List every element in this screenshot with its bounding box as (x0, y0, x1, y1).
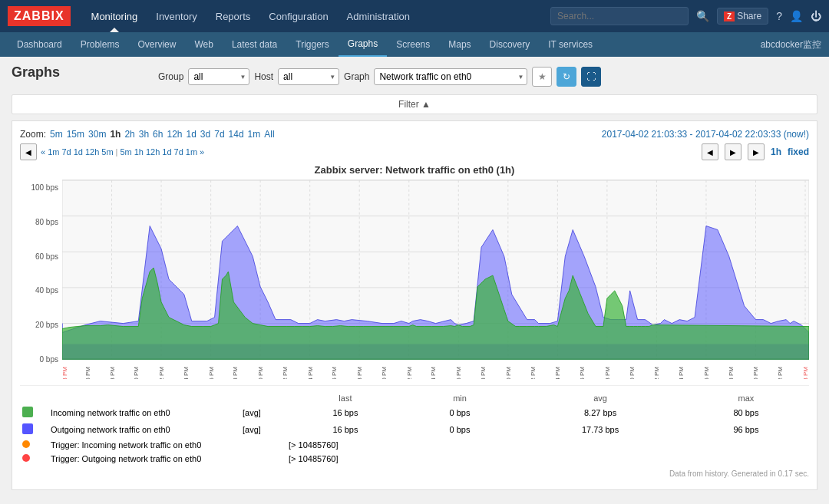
refresh-button[interactable]: ↻ (557, 67, 576, 87)
subnav-problems[interactable]: Problems (71, 32, 129, 57)
zoom-3h[interactable]: 3h (139, 129, 149, 140)
legend-area: last min avg max Incoming network traffi… (20, 385, 809, 478)
svg-text:09:52 PM: 09:52 PM (653, 367, 660, 379)
subnav-triggers[interactable]: Triggers (286, 32, 339, 57)
graph-label: Graph (344, 71, 369, 82)
period-5m-l[interactable]: 5m (101, 147, 113, 156)
trigger-incoming-value: [> 10485760] (289, 438, 683, 452)
period-12h-r[interactable]: 12h (146, 147, 160, 156)
user-label: abcdocker监控 (761, 38, 821, 51)
zoom-label: Zoom: (20, 129, 46, 140)
period-1d-l[interactable]: 1d (74, 147, 83, 156)
nav-prev-button[interactable]: ◀ (20, 143, 37, 160)
incoming-color (22, 407, 33, 417)
svg-text:09:22 PM: 09:22 PM (282, 367, 289, 379)
zoom-all[interactable]: All (264, 129, 274, 140)
nav-configuration[interactable]: Configuration (259, 0, 337, 32)
period-separator: | (116, 147, 118, 156)
svg-text:09:10 PM: 09:10 PM (133, 367, 140, 379)
zoom-1m[interactable]: 1m (248, 129, 261, 140)
zoom-row: Zoom: 5m 15m 30m 1h 2h 3h 6h 12h 1d 3d 7… (20, 129, 809, 140)
nav-inventory[interactable]: Inventory (147, 0, 206, 32)
zoom-15m[interactable]: 15m (67, 129, 84, 140)
filter-toggle[interactable]: Filter ▲ (398, 99, 431, 110)
help-icon[interactable]: ? (776, 10, 782, 22)
zoom-1d[interactable]: 1d (187, 129, 197, 140)
zoom-7d[interactable]: 7d (214, 129, 224, 140)
svg-text:09:38 PM: 09:38 PM (480, 367, 487, 379)
zoom-14d[interactable]: 14d (229, 129, 244, 140)
incoming-label: Incoming network traffic on eth0 (51, 404, 243, 421)
period-1h-r[interactable]: 1h (134, 147, 144, 156)
nav-next2-button[interactable]: ▶ (748, 143, 765, 160)
incoming-min: 0 bps (402, 404, 518, 421)
share-button[interactable]: Z Share (717, 8, 768, 25)
chart-svg: 04/02 09:03 PM 09:06 PM 09:08 PM 09:10 P… (62, 180, 809, 379)
zoom-1h[interactable]: 1h (110, 129, 121, 140)
nav-administration[interactable]: Administration (338, 0, 419, 32)
subnav-screens[interactable]: Screens (387, 32, 439, 57)
period-7d-r[interactable]: 7d (174, 147, 183, 156)
graph-select[interactable]: Network traffic on eth0 (374, 68, 527, 85)
filter-bar: Filter ▲ (12, 94, 817, 114)
time-duration: 1h (771, 147, 781, 157)
subnav-web[interactable]: Web (185, 32, 222, 57)
period-1m-r[interactable]: 1m (186, 147, 197, 156)
subnav-latest-data[interactable]: Latest data (223, 32, 286, 57)
zoom-2h[interactable]: 2h (124, 129, 134, 140)
period-ll[interactable]: « (41, 147, 45, 156)
favorite-button[interactable]: ★ (532, 67, 552, 87)
period-7d-l[interactable]: 7d (61, 147, 71, 156)
svg-text:09:28 PM: 09:28 PM (356, 367, 363, 379)
sub-navigation: Dashboard Problems Overview Web Latest d… (0, 32, 829, 57)
subnav-overview[interactable]: Overview (128, 32, 185, 57)
outgoing-max: 96 bps (683, 421, 809, 438)
trigger-outgoing-dot (22, 454, 30, 462)
trigger-incoming-dot (22, 440, 30, 448)
nav-reports[interactable]: Reports (206, 0, 260, 32)
nav-prev2-button[interactable]: ◀ (702, 143, 718, 160)
content-area: Graphs Group all Host all Graph Network … (0, 57, 829, 498)
user-icon[interactable]: 👤 (790, 10, 803, 22)
subnav-maps[interactable]: Maps (439, 32, 480, 57)
subnav-graphs[interactable]: Graphs (339, 32, 387, 57)
incoming-tag: [avg] (243, 404, 289, 421)
search-icon[interactable]: 🔍 (696, 10, 709, 22)
search-input[interactable] (550, 7, 689, 25)
zoom-6h[interactable]: 6h (153, 129, 163, 140)
host-select[interactable]: all (278, 68, 339, 85)
y-label-100: 100 bps (20, 183, 58, 192)
trigger-incoming-label: Trigger: Incoming network traffic on eth… (51, 438, 289, 452)
nav-next-button[interactable]: ▶ (725, 143, 741, 160)
period-rr[interactable]: » (200, 147, 204, 156)
outgoing-min: 0 bps (402, 421, 518, 438)
svg-text:09:14 PM: 09:14 PM (183, 367, 190, 379)
outgoing-color (22, 423, 33, 434)
nav-monitoring[interactable]: Monitoring (82, 0, 147, 32)
trigger-outgoing-label: Trigger: Outgoing network traffic on eth… (51, 452, 289, 466)
svg-text:04/02 09:03 PM: 04/02 09:03 PM (62, 367, 68, 379)
svg-text:09:42 PM: 09:42 PM (530, 367, 537, 379)
svg-text:09:36 PM: 09:36 PM (455, 367, 462, 379)
period-12h-l[interactable]: 12h (85, 147, 99, 156)
zoom-12h[interactable]: 12h (167, 129, 182, 140)
zoom-30m[interactable]: 30m (88, 129, 106, 140)
power-icon[interactable]: ⏻ (811, 10, 821, 22)
svg-text:09:46 PM: 09:46 PM (579, 367, 586, 379)
host-label: Host (254, 71, 273, 82)
group-select[interactable]: all (188, 68, 249, 85)
subnav-discovery[interactable]: Discovery (481, 32, 540, 57)
period-1m-l[interactable]: 1m (48, 147, 59, 156)
controls-bar: Graphs Group all Host all Graph Network … (12, 64, 817, 88)
svg-text:09:40 PM: 09:40 PM (505, 367, 512, 379)
period-5m-r[interactable]: 5m (120, 147, 131, 156)
period-1d-r[interactable]: 1d (162, 147, 171, 156)
fullscreen-button[interactable]: ⛶ (581, 67, 601, 87)
y-label-80: 80 bps (20, 218, 58, 226)
zoom-5m[interactable]: 5m (50, 129, 63, 140)
subnav-dashboard[interactable]: Dashboard (8, 32, 71, 57)
subnav-it-services[interactable]: IT services (539, 32, 602, 57)
zoom-3d[interactable]: 3d (200, 129, 210, 140)
outgoing-label: Outgoing network traffic on eth0 (51, 421, 243, 438)
time-fixed: ◀ ▶ ▶ 1h fixed (702, 143, 809, 160)
